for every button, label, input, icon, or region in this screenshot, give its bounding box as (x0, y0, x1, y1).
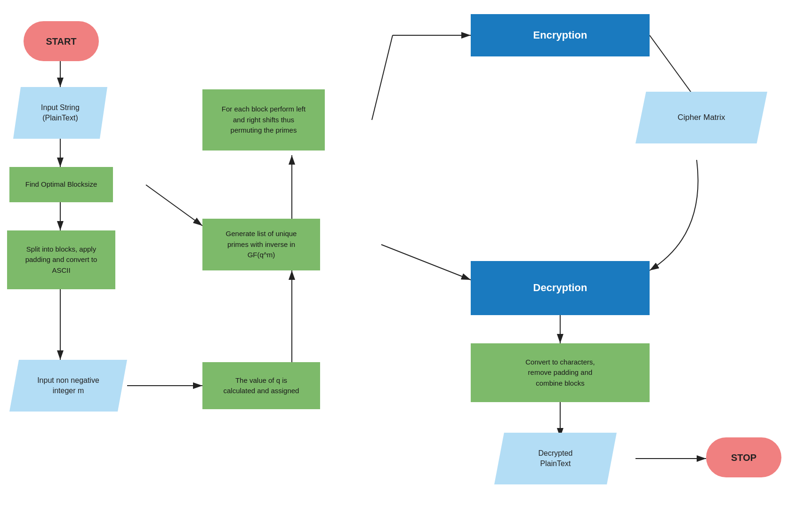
stop-node: STOP (706, 437, 781, 477)
cipher-matrix-node: Cipher Matrix (635, 92, 767, 143)
flowchart: START Input String (PlainText) Find Opti… (0, 0, 812, 515)
find-blocksize-node: Find Optimal Blocksize (9, 167, 113, 202)
start-node: START (24, 21, 99, 61)
svg-line-12 (381, 245, 471, 280)
svg-line-6 (146, 185, 202, 226)
calc-q-node: The value of q is calculated and assigne… (202, 362, 320, 409)
convert-chars-node: Convert to characters, remove padding an… (471, 343, 650, 402)
input-m-node: Input non negative integer m (9, 360, 127, 412)
svg-line-9 (372, 35, 393, 120)
decryption-node: Decryption (471, 261, 650, 315)
arrows-svg (0, 0, 812, 515)
input-string-node: Input String (PlainText) (13, 87, 107, 139)
gen-primes-node: Generate list of unique primes with inve… (202, 219, 320, 270)
block-shifts-node: For each block perform left and right sh… (202, 89, 325, 151)
encryption-node: Encryption (471, 14, 650, 56)
split-blocks-node: Split into blocks, apply padding and con… (7, 230, 115, 289)
decrypted-text-node: Decrypted PlainText (494, 433, 617, 484)
